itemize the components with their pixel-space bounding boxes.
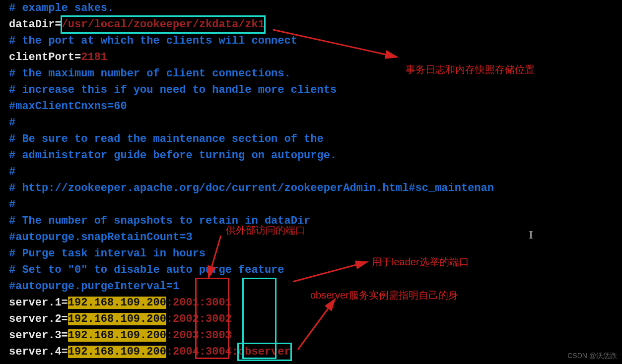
server1-ip: 192.168.109.200: [68, 297, 166, 309]
server3-ip: 192.168.109.200: [68, 329, 166, 342]
config-comment: # Be sure to read the maintenance sectio…: [9, 133, 324, 145]
server2-key: server.2=: [9, 313, 68, 325]
config-comment: # Purge task interval in hours: [9, 247, 206, 260]
port2-column-highlight: [243, 279, 276, 358]
server1-port1: 2001: [173, 297, 199, 309]
text-cursor-icon: I: [529, 226, 533, 243]
colon: :: [166, 329, 173, 342]
server2-port1: 2002: [173, 313, 199, 325]
config-comment: #: [9, 117, 15, 129]
colon: :: [232, 346, 238, 358]
config-comment: #autopurge.snapRetainCount=3: [9, 231, 193, 243]
server2-ip: 192.168.109.200: [68, 313, 166, 325]
colon: :: [166, 313, 173, 325]
server4-port1: 2004: [173, 346, 199, 358]
watermark: CSDN @沃恁跌: [567, 351, 617, 361]
datadir-value: /usr/local/zookeeper/zkdata/zk1: [62, 16, 265, 33]
config-comment: # the port at which the clients will con…: [9, 35, 297, 47]
annotation-external-port: 供外部访问的端口: [226, 223, 305, 238]
config-comment: # administrator guide before turning on …: [9, 149, 337, 162]
config-comment: #autopurge.purgeInterval=1: [9, 280, 179, 293]
clientport-value: 2181: [81, 51, 107, 63]
colon: :: [166, 297, 173, 309]
config-comment: #maxClientCnxns=60: [9, 100, 127, 113]
config-comment: #: [9, 198, 15, 211]
config-comment: # http://zookeeper.apache.org/doc/curren…: [9, 182, 494, 194]
server4-ip: 192.168.109.200: [68, 346, 166, 358]
annotation-datadir: 事务日志和内存快照存储位置: [406, 62, 535, 77]
clientport-key: clientPort=: [9, 51, 81, 63]
annotation-observer: observer服务实例需指明自己的身: [310, 288, 458, 303]
config-comment: # Set to "0" to disable auto purge featu…: [9, 264, 284, 276]
datadir-key: dataDir=: [9, 18, 62, 31]
server3-port1: 2003: [173, 329, 199, 342]
config-comment: # the maximum number of client connectio…: [9, 67, 291, 80]
server4-key: server.4=: [9, 346, 68, 358]
config-comment: # example sakes.: [9, 2, 114, 14]
config-comment: #: [9, 166, 15, 178]
server3-key: server.3=: [9, 329, 68, 342]
config-comment: # increase this if you need to handle mo…: [9, 84, 337, 96]
colon: :: [166, 346, 173, 358]
port1-column-highlight: [196, 279, 228, 358]
annotation-leader-port: 用于leader选举的端口: [372, 254, 469, 269]
server1-key: server.1=: [9, 297, 68, 309]
